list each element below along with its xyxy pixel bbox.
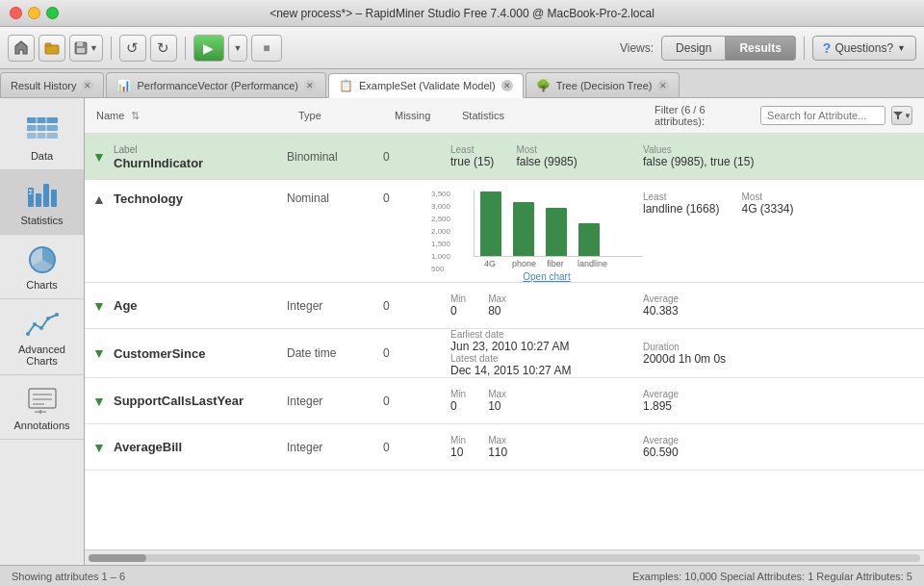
svg-point-19 xyxy=(46,317,50,320)
attr-name-customersince: CustomerSince xyxy=(114,346,287,361)
tab-example-set-close[interactable]: ✕ xyxy=(501,80,513,91)
churn-name-value: ChurnIndicator xyxy=(114,156,203,170)
filter-button[interactable]: ▼ xyxy=(891,106,912,125)
home-button[interactable] xyxy=(8,35,35,62)
technology-chart-area: 3,500 3,000 2,500 2,000 1,500 1,000 500 xyxy=(450,188,643,282)
tab-performance-vector[interactable]: 📊 PerformanceVector (Performance) ✕ xyxy=(106,72,326,97)
close-button[interactable] xyxy=(10,7,22,19)
age-avg: Average 40.383 xyxy=(643,293,924,318)
sort-icon[interactable]: ⇅ xyxy=(131,110,140,121)
search-input[interactable] xyxy=(760,106,886,125)
scrollbar-thumb[interactable] xyxy=(89,554,146,562)
svg-point-20 xyxy=(55,313,59,317)
title-bar: <new process*> – RapidMiner Studio Free … xyxy=(0,0,924,27)
chevron-customersince[interactable]: ▼ xyxy=(85,345,114,361)
tabs-row: Result History ✕ 📊 PerformanceVector (Pe… xyxy=(0,69,924,98)
sidebar-item-statistics[interactable]: Σ Statistics xyxy=(0,170,84,235)
chevron-age[interactable]: ▼ xyxy=(85,298,114,314)
attributes-list: ▼ Label ChurnIndicator Binominal 0 Least… xyxy=(85,134,924,549)
col-name-header: Name ⇅ xyxy=(96,110,298,122)
redo-button[interactable]: ↻ xyxy=(150,35,177,62)
sidebar-item-annotations[interactable]: Annotations xyxy=(0,375,84,440)
averagebill-avg: Average 60.590 xyxy=(643,435,924,459)
chevron-averagebill[interactable]: ▼ xyxy=(85,440,114,455)
chevron-technology[interactable]: ▲ xyxy=(85,188,114,207)
minimize-button[interactable] xyxy=(28,7,40,19)
churn-values: Values false (9985), true (15) xyxy=(643,144,924,168)
age-stats: Min 0 Max 80 xyxy=(450,293,643,318)
customersince-type: Date time xyxy=(287,346,383,360)
stop-button[interactable]: ■ xyxy=(251,35,282,62)
statistics-icon: Σ xyxy=(23,178,62,213)
run-options-button[interactable]: ▼ xyxy=(228,35,247,62)
svg-rect-7 xyxy=(27,133,58,139)
tab-tree-close[interactable]: ✕ xyxy=(657,80,669,91)
col-filter-area: Filter (6 / 6 attributes): ▼ xyxy=(654,104,912,127)
attr-row-averagebill: ▼ AverageBill Integer 0 Min 10 Max 110 xyxy=(85,424,924,471)
attr-name-averagebill: AverageBill xyxy=(114,440,287,454)
svg-rect-6 xyxy=(27,125,58,131)
showing-label: Showing attributes 1 – 6 xyxy=(12,571,125,582)
attr-row-churn: ▼ Label ChurnIndicator Binominal 0 Least… xyxy=(85,134,924,180)
design-view-button[interactable]: Design xyxy=(661,36,726,61)
churn-missing: 0 xyxy=(383,150,450,164)
filter-label: Filter (6 / 6 attributes): xyxy=(654,104,755,127)
tab-tree[interactable]: 🌳 Tree (Decision Tree) ✕ xyxy=(526,72,680,97)
tab-performance-close[interactable]: ✕ xyxy=(304,80,316,91)
maximize-button[interactable] xyxy=(46,7,59,19)
run-button[interactable]: ▶ xyxy=(193,35,224,62)
attr-name-churn: Label ChurnIndicator xyxy=(114,142,287,170)
tab-example-set[interactable]: 📋 ExampleSet (Validate Model) ✕ xyxy=(328,73,524,98)
toolbar-separator2 xyxy=(185,37,186,60)
supportcalls-type: Integer xyxy=(287,395,383,408)
customersince-duration: Duration 2000d 1h 0m 0s xyxy=(643,342,924,366)
chart-labels: 4G phone fiber landline xyxy=(450,257,643,268)
toolbar-separator xyxy=(111,37,112,60)
svg-rect-5 xyxy=(27,117,58,123)
bar-phone xyxy=(513,202,534,256)
churn-type: Binominal xyxy=(287,150,383,164)
sidebar-charts-label: Charts xyxy=(26,279,57,291)
window-title: <new process*> – RapidMiner Studio Free … xyxy=(270,7,654,20)
svg-text:Σ: Σ xyxy=(28,188,33,196)
chevron-supportcalls[interactable]: ▼ xyxy=(85,394,114,409)
chevron-churn[interactable]: ▼ xyxy=(85,149,114,165)
horizontal-scrollbar[interactable] xyxy=(85,549,924,565)
example-set-icon: 📋 xyxy=(339,79,353,92)
tab-result-history-label: Result History xyxy=(11,80,76,91)
toolbar: ▼ ↺ ↻ ▶ ▼ ■ Views: Design Results ? Ques… xyxy=(0,27,924,69)
tab-result-history-close[interactable]: ✕ xyxy=(82,80,93,91)
window-controls xyxy=(10,7,59,19)
attr-row-customersince: ▼ CustomerSince Date time 0 Earliest dat… xyxy=(85,329,924,378)
results-view-button[interactable]: Results xyxy=(726,36,795,61)
col-type-header: Type xyxy=(298,110,395,121)
sidebar-item-advanced[interactable]: Advanced Charts xyxy=(0,299,84,375)
table-header: Name ⇅ Type Missing Statistics Filter (6… xyxy=(85,98,924,134)
status-bar: Showing attributes 1 – 6 Examples: 10,00… xyxy=(0,565,924,586)
bar-4g xyxy=(480,191,501,256)
svg-point-16 xyxy=(26,332,30,336)
attribute-counts: Examples: 10,000 Special Attributes: 1 R… xyxy=(632,571,912,582)
sidebar-item-data[interactable]: Data xyxy=(0,106,84,170)
svg-rect-11 xyxy=(36,193,41,207)
open-chart-link[interactable]: Open chart xyxy=(450,270,643,282)
tree-icon: 🌳 xyxy=(536,79,551,92)
attr-name-technology: Technology xyxy=(114,188,287,206)
tab-result-history[interactable]: Result History ✕ xyxy=(0,72,104,97)
churn-label-tag: Label xyxy=(114,144,137,155)
svg-point-18 xyxy=(39,326,43,330)
technology-type: Nominal xyxy=(287,188,383,205)
sidebar-item-charts[interactable]: Charts xyxy=(0,235,84,299)
save-button[interactable]: ▼ xyxy=(69,35,103,62)
attr-row-age: ▼ Age Integer 0 Min 0 Max 80 xyxy=(85,283,924,329)
data-icon xyxy=(23,114,62,148)
averagebill-stats: Min 10 Max 110 xyxy=(450,435,643,459)
undo-button[interactable]: ↺ xyxy=(119,35,146,62)
sidebar-advanced-label: Advanced Charts xyxy=(18,344,65,367)
svg-point-17 xyxy=(33,322,37,326)
advanced-charts-icon xyxy=(23,307,62,342)
attr-row-technology: ▲ Technology Nominal 0 3,500 3,000 2,500… xyxy=(85,180,924,283)
questions-button[interactable]: ? Questions? ▼ xyxy=(812,36,916,61)
open-button[interactable] xyxy=(38,35,65,62)
tab-example-set-label: ExampleSet (Validate Model) xyxy=(359,80,496,91)
